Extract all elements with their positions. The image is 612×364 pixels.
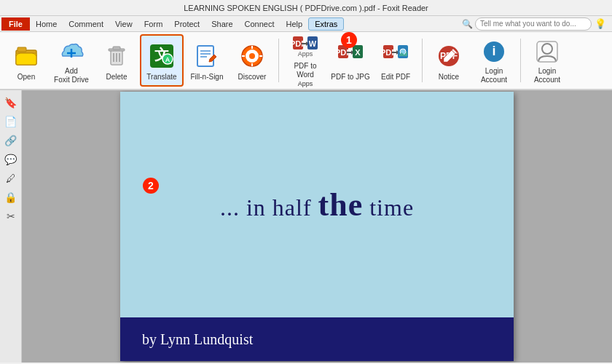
- add-foxit-icon: [56, 38, 87, 66]
- pdf-page: ... in half the time by Lynn Lundquist: [120, 92, 514, 361]
- search-input[interactable]: [475, 17, 592, 31]
- menu-item-view[interactable]: View: [109, 18, 138, 30]
- menu-item-help[interactable]: Help: [280, 18, 309, 30]
- sidebar-pen-icon[interactable]: 🖊: [3, 170, 19, 186]
- sidebar-bookmark-icon[interactable]: 🔖: [3, 95, 19, 111]
- svg-text:i: i: [492, 44, 495, 58]
- pdf-to-word-label: PDF to WordApps: [286, 62, 325, 88]
- sep2: [422, 39, 423, 82]
- title-text: LEARNING SPOKEN ENGLISH ( PDFDrive.com )…: [184, 4, 428, 12]
- fill-sign-label: Fill-n-Sign: [190, 73, 223, 82]
- open-label: Open: [17, 73, 35, 82]
- step1-annotation: 1: [341, 32, 357, 48]
- svg-rect-10: [113, 47, 120, 50]
- open-icon: [11, 41, 42, 71]
- menu-item-home[interactable]: Home: [30, 18, 63, 30]
- svg-point-22: [249, 53, 255, 59]
- pdf-title: ... in half the time: [220, 186, 414, 223]
- add-foxit-drive-button[interactable]: AddFoxit Drive: [50, 34, 93, 87]
- svg-text:Apps: Apps: [298, 50, 313, 58]
- delete-button[interactable]: Delete: [95, 34, 138, 87]
- help-icon: 💡: [595, 18, 606, 29]
- pdf-title-the: the: [318, 187, 364, 223]
- search-icon: 🔍: [462, 19, 473, 29]
- pdf-title-part1: ... in half: [220, 194, 318, 221]
- main-area: 2 🔖 📄 🔗 💬 🖊 🔒 ✂ ... in half the time by …: [0, 90, 612, 363]
- title-bar: LEARNING SPOKEN ENGLISH ( PDFDrive.com )…: [0, 0, 612, 16]
- pdf-to-jpg-icon: PDF: [380, 41, 411, 71]
- menu-item-protect[interactable]: Protect: [168, 18, 205, 30]
- menu-item-file[interactable]: File: [1, 17, 30, 31]
- svg-point-49: [542, 44, 552, 54]
- pdf-viewer-area: ... in half the time by Lynn Lundquist: [22, 90, 612, 363]
- left-sidebar: 🔖 📄 🔗 💬 🖊 🔒 ✂: [0, 90, 22, 363]
- sidebar-lock-icon[interactable]: 🔒: [3, 189, 19, 205]
- notice-icon: i: [479, 38, 509, 66]
- pdf-to-word-icon: PDF W Apps: [290, 34, 321, 60]
- translate-label: Translate: [146, 73, 176, 82]
- sidebar-scissors-icon[interactable]: ✂: [3, 208, 19, 224]
- sep3: [520, 39, 521, 82]
- fill-sign-button[interactable]: Fill-n-Sign: [185, 34, 229, 87]
- discover-label: Discover: [238, 73, 267, 82]
- search-area: 🔍 💡: [462, 17, 611, 31]
- menu-item-share[interactable]: Share: [205, 18, 238, 30]
- pdf-author: by Lynn Lundquist: [142, 331, 253, 348]
- menu-bar: File Home Comment View Form Protect Shar…: [0, 16, 612, 32]
- pdf-bottom-section: by Lynn Lundquist: [120, 317, 514, 361]
- sidebar-comment-icon[interactable]: 💬: [3, 151, 19, 167]
- fill-sign-icon: [192, 41, 222, 71]
- step2-annotation: 2: [143, 178, 159, 194]
- notice-button[interactable]: i Login Account: [472, 34, 516, 87]
- sidebar-page-icon[interactable]: 📄: [3, 114, 19, 130]
- menu-item-extras[interactable]: Extras: [308, 17, 344, 31]
- svg-text:X: X: [355, 48, 361, 57]
- add-foxit-label: AddFoxit Drive: [54, 67, 89, 84]
- svg-text:W: W: [309, 39, 317, 48]
- translate-icon: 文 A A: [146, 41, 177, 71]
- sidebar-link-icon[interactable]: 🔗: [3, 132, 19, 149]
- svg-text:A: A: [165, 56, 170, 63]
- delete-label: Delete: [106, 73, 128, 82]
- discover-button[interactable]: Discover: [230, 34, 274, 87]
- svg-rect-2: [17, 47, 26, 52]
- menu-item-comment[interactable]: Comment: [63, 18, 109, 30]
- menu-item-connect[interactable]: Connect: [239, 18, 280, 30]
- pdf-to-jpg-button[interactable]: PDF Edit PDF: [374, 34, 417, 87]
- translate-button[interactable]: 文 A A Translate: [140, 34, 184, 87]
- svg-rect-16: [197, 46, 213, 66]
- discover-icon: [237, 41, 267, 71]
- pdf-to-jpg-label: Edit PDF: [381, 73, 410, 82]
- menu-item-form[interactable]: Form: [138, 18, 169, 30]
- open-button[interactable]: Open: [4, 34, 48, 87]
- sep1: [278, 39, 279, 82]
- delete-icon: [101, 41, 132, 71]
- edit-pdf-button[interactable]: PDF Notice: [427, 34, 471, 87]
- pdf-to-excel-label: PDF to JPG: [331, 73, 369, 82]
- edit-pdf-icon: PDF: [434, 41, 464, 71]
- notice-label: Login Account: [474, 67, 514, 84]
- edit-pdf-label: Notice: [439, 73, 459, 82]
- login-button[interactable]: LoginAccount: [525, 34, 569, 87]
- login-label: LoginAccount: [534, 67, 560, 84]
- pdf-title-part2: time: [363, 194, 414, 221]
- ribbon-toolbar: Open AddFoxit Drive: [0, 32, 612, 90]
- pdf-top-section: ... in half the time: [120, 92, 514, 317]
- login-icon: [532, 38, 562, 66]
- pdf-to-word-button[interactable]: PDF W Apps PDF to WordApps: [283, 34, 327, 87]
